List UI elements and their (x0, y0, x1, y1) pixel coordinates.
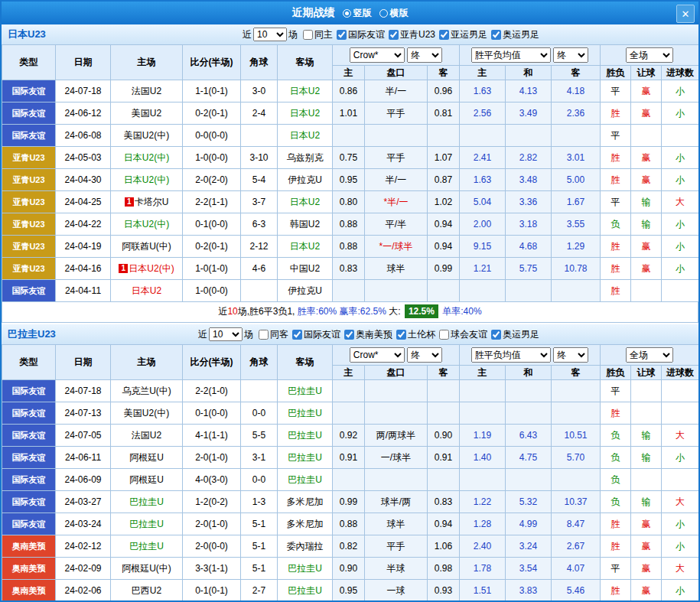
result: 负 (601, 447, 631, 469)
odds-final-select[interactable]: 终 (407, 347, 442, 363)
avg-final-select[interactable]: 终 (553, 47, 588, 63)
filter-checkbox[interactable] (344, 330, 354, 340)
filter-checkbox[interactable] (303, 30, 313, 40)
match-type: 亚青U23 (2, 236, 56, 258)
odds-home: 0.92 (333, 425, 365, 447)
odds-handicap-line (365, 469, 428, 491)
match-row: 国际友谊24-06-12美国U20-2(0-1)2-4日本U21.01平手0.8… (2, 103, 699, 125)
odds-company-select[interactable]: Crow* (350, 347, 405, 363)
filter-bar: 近10场同客国际友谊奥南美预土伦杯球会友谊奥运男足 (197, 327, 539, 341)
filter-同主[interactable]: 同主 (299, 28, 333, 41)
score: 3-3(1-1) (183, 558, 241, 580)
home-team: 美国U2 (111, 103, 183, 125)
odds-home (333, 469, 365, 491)
filter-checkbox[interactable] (389, 30, 399, 40)
goals-result: 小 (662, 169, 699, 191)
goals-result (662, 402, 699, 425)
summary-segment: 赢率:62.5% (337, 306, 386, 317)
filter-checkbox[interactable] (491, 330, 501, 340)
corner-score: 2-12 (241, 236, 278, 258)
section-header: 巴拉圭U23 近10场同客国际友谊奥南美预土伦杯球会友谊奥运男足 (2, 324, 698, 344)
odds-group-header: Crow* 终 (333, 345, 460, 366)
filter-球会友谊[interactable]: 球会友谊 (435, 328, 487, 341)
avg-away: 10.37 (552, 491, 601, 513)
handicap-result (631, 380, 662, 402)
recent-count-select[interactable]: 10 (253, 28, 287, 41)
match-row: 国际友谊24-06-09阿根廷U4-0(3-0)0-0巴拉圭U负 (2, 469, 699, 491)
filter-奥运男足[interactable]: 奥运男足 (487, 328, 539, 341)
avg-draw: 4.13 (506, 80, 552, 103)
col-avg-draw: 和 (506, 66, 552, 80)
home-team: 1日本U2(中) (111, 258, 183, 280)
odds-handicap-line: 球半 (365, 258, 428, 280)
filter-国际友谊[interactable]: 国际友谊 (333, 28, 385, 41)
filter-checkbox[interactable] (396, 330, 406, 340)
handicap-result: 输 (631, 491, 662, 513)
odds-company-select[interactable]: Crow* (350, 47, 405, 63)
away-team: 韩国U2 (278, 213, 333, 236)
odds-home: 0.99 (333, 491, 365, 513)
scope-select[interactable]: 全场 (626, 347, 673, 363)
match-date: 24-07-18 (56, 80, 111, 103)
goals-result: 大 (662, 425, 699, 447)
recent-results-window: 近期战绩 竖版 横版 ✕ 日本U23 近10场同主国际友谊亚青U23亚运男足奥运… (0, 0, 700, 602)
avg-metric-select[interactable]: 胜平负均值 (471, 47, 551, 63)
filter-checkbox[interactable] (337, 30, 347, 40)
handicap-result: 赢 (631, 580, 662, 602)
odds-away (428, 469, 460, 491)
scope-select[interactable]: 全场 (626, 47, 673, 63)
avg-final-select[interactable]: 终 (553, 347, 588, 363)
handicap-result: 输 (631, 191, 662, 213)
summary-segment: 12.5% (405, 304, 438, 318)
filter-土伦杯[interactable]: 土伦杯 (392, 328, 435, 341)
score: 1-2(0-2) (183, 491, 241, 513)
handicap-result: 赢 (631, 513, 662, 535)
filter-国际友谊[interactable]: 国际友谊 (288, 328, 340, 341)
layout-vertical-radio[interactable]: 竖版 (343, 7, 372, 20)
odds-home: 0.86 (333, 80, 365, 103)
odds-handicap-line (365, 402, 428, 425)
summary-segment: 大: (386, 306, 403, 317)
recent-count-select[interactable]: 10 (209, 327, 243, 341)
avg-home: 2.41 (460, 147, 506, 169)
filter-checkbox[interactable] (259, 330, 269, 340)
match-date: 24-06-12 (56, 103, 111, 125)
match-rows: 国际友谊24-07-18乌克兰U(中)2-2(1-0)巴拉圭U平国际友谊24-0… (2, 380, 699, 602)
score: 1-0(1-0) (183, 258, 241, 280)
handicap-result: 赢 (631, 236, 662, 258)
filter-checkbox[interactable] (439, 30, 449, 40)
corner-score (241, 380, 278, 402)
score: 2-0(1-0) (183, 447, 241, 469)
odds-home: 0.88 (333, 236, 365, 258)
match-type: 亚青U23 (2, 169, 56, 191)
odds-away: 0.99 (428, 258, 460, 280)
filter-亚青U23[interactable]: 亚青U23 (385, 28, 435, 41)
layout-horizontal-radio[interactable]: 横版 (379, 7, 409, 20)
avg-home: 1.19 (460, 425, 506, 447)
handicap-result: 赢 (631, 147, 662, 169)
avg-home: 1.40 (460, 447, 506, 469)
match-row: 奥南美预24-02-09阿根廷U(中)3-3(1-1)5-1巴拉圭U0.90半球… (2, 558, 699, 580)
filter-checkbox[interactable] (439, 330, 449, 340)
result: 平 (601, 125, 631, 147)
corner-score: 3-0 (241, 80, 278, 103)
goals-result (662, 469, 699, 491)
home-team: 法国U2 (111, 80, 183, 103)
odds-handicap-line: 球半/两 (365, 491, 428, 513)
odds-final-select[interactable]: 终 (407, 47, 442, 63)
odds-home: 0.83 (333, 258, 365, 280)
result: 胜 (601, 580, 631, 602)
close-button[interactable]: ✕ (676, 5, 695, 23)
filter-奥南美预[interactable]: 奥南美预 (340, 328, 392, 341)
match-date: 24-04-30 (56, 169, 111, 191)
filter-奥运男足[interactable]: 奥运男足 (487, 28, 539, 41)
filter-亚运男足[interactable]: 亚运男足 (435, 28, 487, 41)
filter-checkbox[interactable] (292, 330, 302, 340)
filter-label: 奥南美预 (356, 328, 392, 341)
odds-away: 0.83 (428, 491, 460, 513)
result: 胜 (601, 169, 631, 191)
avg-draw: 3.18 (506, 213, 552, 236)
avg-metric-select[interactable]: 胜平负均值 (471, 347, 551, 363)
filter-checkbox[interactable] (491, 30, 501, 40)
filter-同客[interactable]: 同客 (255, 328, 288, 341)
